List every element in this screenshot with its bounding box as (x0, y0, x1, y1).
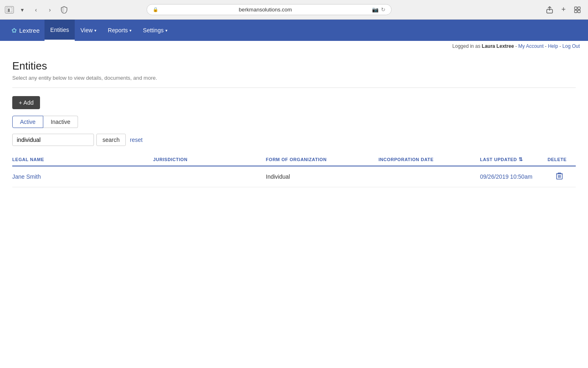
share-button[interactable] (544, 4, 555, 16)
shield-icon (60, 5, 69, 14)
page-title: Entities (12, 60, 576, 72)
nav-item-settings[interactable]: Settings ▾ (137, 20, 173, 41)
delete-button[interactable] (554, 171, 565, 182)
tab-inactive[interactable]: Inactive (43, 116, 78, 128)
reset-button[interactable]: reset (128, 134, 144, 146)
nav-item-view[interactable]: View ▾ (75, 20, 102, 41)
col-jurisdiction: JURISDICTION (153, 153, 266, 166)
table-header: LEGAL NAME JURISDICTION FORM OF ORGANIZA… (12, 153, 576, 166)
col-form-of-organization: FORM OF ORGANIZATION (266, 153, 379, 166)
col-incorporation-date: INCORPORATION DATE (379, 153, 480, 166)
brand-label: Lextree (19, 27, 40, 34)
sort-icon: ⇅ (519, 157, 523, 162)
table-row: Jane Smith Individual 09/26/2019 10:50am (12, 166, 576, 187)
cell-legal-name: Jane Smith (12, 166, 153, 187)
logout-link[interactable]: Log Out (562, 43, 580, 49)
cast-icon: 📷 (372, 7, 379, 13)
help-link[interactable]: Help (548, 43, 558, 49)
svg-rect-1 (8, 9, 10, 12)
new-tab-button[interactable]: + (558, 4, 569, 16)
expand-icon[interactable]: ▾ (16, 4, 28, 16)
col-last-updated[interactable]: LAST UPDATED ⇅ (480, 153, 548, 166)
search-input[interactable] (12, 134, 94, 146)
entities-table: LEGAL NAME JURISDICTION FORM OF ORGANIZA… (12, 153, 576, 187)
cell-last-updated: 09/26/2019 10:50am (480, 166, 548, 187)
navbar: ✿ Lextree Entities View ▾ Reports ▾ Sett… (0, 20, 588, 41)
last-updated-link[interactable]: 09/26/2019 10:50am (480, 173, 532, 180)
tab-bar-icon[interactable] (5, 6, 14, 13)
back-button[interactable]: ‹ (30, 4, 42, 16)
my-account-link[interactable]: My Account (518, 43, 543, 49)
add-button[interactable]: + Add (12, 96, 40, 109)
col-delete: DELETE (548, 153, 576, 166)
browser-right-controls: + (544, 4, 583, 16)
main-content: Entities Select any entity below to view… (0, 52, 588, 195)
nav-brand[interactable]: ✿ Lextree (7, 20, 45, 41)
browser-controls: ▾ ‹ › (5, 4, 56, 16)
cell-delete (548, 166, 576, 187)
logged-in-text: Logged in as (452, 43, 482, 49)
separator3: - (558, 43, 563, 49)
svg-rect-4 (578, 7, 580, 9)
page-subtitle: Select any entity below to view details,… (12, 75, 576, 81)
chevron-down-icon: ▾ (94, 28, 96, 33)
col-legal-name: LEGAL NAME (12, 153, 153, 166)
search-button[interactable]: search (96, 134, 126, 146)
nav-item-reports[interactable]: Reports ▾ (102, 20, 137, 41)
tab-group: Active Inactive (12, 116, 576, 128)
svg-rect-6 (578, 10, 580, 13)
browser-chrome: ▾ ‹ › 🔒 berkmansolutions.com 📷 ↻ + (0, 0, 588, 20)
separator2: - (543, 43, 548, 49)
chevron-down-icon: ▾ (165, 28, 167, 33)
svg-rect-5 (575, 10, 577, 13)
search-bar: search reset (12, 134, 576, 146)
grid-button[interactable] (572, 4, 583, 16)
cell-incorporation-date (379, 166, 480, 187)
entity-link[interactable]: Jane Smith (12, 173, 41, 180)
table-body: Jane Smith Individual 09/26/2019 10:50am (12, 166, 576, 187)
tab-active[interactable]: Active (12, 116, 43, 128)
account-bar: Logged in as Laura Lextree - My Account … (0, 41, 588, 52)
svg-rect-3 (575, 7, 577, 9)
leaf-icon: ✿ (11, 27, 17, 34)
separator1: - (514, 43, 519, 49)
chevron-down-icon: ▾ (129, 28, 131, 33)
user-name: Laura Lextree (482, 43, 514, 49)
forward-button[interactable]: › (44, 4, 56, 16)
nav-item-entities[interactable]: Entities (45, 20, 75, 41)
refresh-icon[interactable]: ↻ (381, 7, 385, 13)
lock-icon: 🔒 (153, 7, 158, 12)
url-text: berkmansolutions.com (161, 7, 370, 13)
divider (12, 88, 576, 88)
cell-form-of-organization: Individual (266, 166, 379, 187)
address-bar[interactable]: 🔒 berkmansolutions.com 📷 ↻ (147, 4, 392, 15)
cell-jurisdiction (153, 166, 266, 187)
